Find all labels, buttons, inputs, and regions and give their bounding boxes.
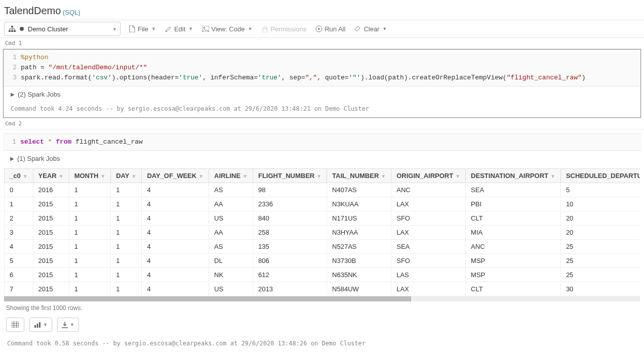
chevron-down-icon: ▾ xyxy=(113,26,116,32)
sort-icon: ▼ xyxy=(243,173,248,179)
spark-jobs-expander-1[interactable]: ▶ (2) Spark Jobs xyxy=(4,86,640,102)
caret-down-icon: ▼ xyxy=(188,26,193,31)
table-cell: N635NK xyxy=(327,268,391,282)
table-cell: AA xyxy=(209,197,253,211)
table-cell: CLT xyxy=(466,282,561,296)
table-cell: 2015 xyxy=(33,282,69,296)
table-row[interactable]: 22015114US840N171USSFOCLT20 xyxy=(5,211,640,226)
file-menu[interactable]: File ▼ xyxy=(128,23,157,35)
chart-view-button[interactable]: ▼ xyxy=(29,318,52,332)
table-row[interactable]: 62015114NK612N635NKLASMSP25 xyxy=(5,268,640,282)
caret-down-icon: ▼ xyxy=(382,26,387,31)
table-cell: 4 xyxy=(142,282,209,296)
table-cell: CLT xyxy=(466,211,561,226)
table-cell: 1 xyxy=(5,197,33,211)
column-header[interactable]: MONTH▼ xyxy=(69,169,111,183)
cluster-selector[interactable]: Demo Cluster ▾ xyxy=(4,22,120,36)
table-cell: 1 xyxy=(111,183,142,197)
table-cell: N584UW xyxy=(327,282,391,296)
table-cell: LAX xyxy=(391,197,466,211)
cluster-tree-icon xyxy=(9,26,16,32)
table-cell: 1 xyxy=(111,226,142,240)
table-cell: N407AS xyxy=(327,183,391,197)
table-cell: 2015 xyxy=(33,197,69,211)
table-cell: 135 xyxy=(253,240,327,254)
table-cell: DL xyxy=(209,254,253,268)
download-button[interactable]: ▼ xyxy=(57,318,79,332)
table-cell: 806 xyxy=(253,254,327,268)
table-cell: 1 xyxy=(111,282,142,296)
table-cell: PBI xyxy=(466,197,561,211)
caret-down-icon: ▼ xyxy=(70,322,74,327)
table-cell: N3HYAA xyxy=(327,226,391,240)
cell-2: 1 select * from flight_cancel_raw ▶ (1) … xyxy=(3,134,641,166)
table-row[interactable]: 12015114AA2336N3KUAALAXPBI10 xyxy=(5,197,640,211)
column-header[interactable]: AIRLINE▼ xyxy=(209,169,253,183)
caret-down-icon: ▼ xyxy=(151,26,156,31)
code-content: %python path = "/mnt/talendDemo/input/*"… xyxy=(21,53,640,83)
scrollbar-thumb[interactable] xyxy=(4,296,411,301)
clear-menu[interactable]: Clear ▼ xyxy=(353,23,388,35)
triangle-right-icon: ▶ xyxy=(11,92,15,97)
svg-rect-9 xyxy=(34,325,36,328)
table-row[interactable]: 02016114AS98N407ASANCSEA5 xyxy=(5,183,640,197)
code-editor-2[interactable]: 1 select * from flight_cancel_raw xyxy=(3,134,641,151)
column-header[interactable]: DAY▼ xyxy=(111,169,142,183)
column-header[interactable]: FLIGHT_NUMBER▼ xyxy=(253,169,327,183)
table-cell: 2015 xyxy=(33,211,69,226)
table-view-button[interactable] xyxy=(6,318,24,332)
table-cell: LAX xyxy=(391,282,466,296)
permissions-button: Permissions xyxy=(260,23,307,35)
table-cell: AS xyxy=(209,240,253,254)
table-cell: 4 xyxy=(142,211,209,226)
table-cell: 0 xyxy=(5,183,33,197)
table-cell: NK xyxy=(209,268,253,282)
table-cell: 10 xyxy=(560,197,640,211)
table-cell: SEA xyxy=(466,183,561,197)
notebook-language[interactable]: (SQL) xyxy=(63,9,80,16)
table-cell: 2016 xyxy=(33,183,69,197)
line-gutter: 1 xyxy=(3,137,20,147)
table-header-row: _c0▼YEAR▼MONTH▼DAY▼DAY_OF_WEEK▼AIRLINE▼F… xyxy=(5,169,640,183)
column-header[interactable]: _c0▼ xyxy=(5,169,33,183)
view-menu[interactable]: View: Code ▼ xyxy=(201,23,253,35)
edit-menu[interactable]: Edit ▼ xyxy=(164,23,194,35)
column-header[interactable]: TAIL_NUMBER▼ xyxy=(327,169,391,183)
column-header[interactable]: ORIGIN_AIRPORT▼ xyxy=(391,169,466,183)
svg-rect-6 xyxy=(263,29,267,32)
table-cell: 1 xyxy=(111,268,142,282)
table-cell: 1 xyxy=(111,211,142,226)
column-header[interactable]: DESTINATION_AIRPORT▼ xyxy=(466,169,561,183)
svg-rect-3 xyxy=(14,30,16,32)
view-label: View: Code xyxy=(211,25,245,33)
cmd2-status: Command took 0.58 seconds -- by sergio.e… xyxy=(0,337,644,352)
table-cell: 840 xyxy=(253,211,327,226)
table-row[interactable]: 42015114AS135N527ASSEAANC25 xyxy=(5,240,640,254)
column-header[interactable]: SCHEDULED_DEPARTURE▼ xyxy=(560,169,640,183)
column-header[interactable]: YEAR▼ xyxy=(33,169,69,183)
edit-label: Edit xyxy=(174,25,185,33)
table-row[interactable]: 72015114US2013N584UWLAXCLT30 xyxy=(5,282,640,296)
horizontal-scrollbar[interactable] xyxy=(4,296,640,301)
bar-chart-icon xyxy=(34,322,41,328)
spark-jobs-expander-2[interactable]: ▶ (1) Spark Jobs xyxy=(3,151,641,166)
play-circle-icon xyxy=(315,25,323,32)
table-cell: 4 xyxy=(142,197,209,211)
table-row[interactable]: 52015114DL806N3730BSFOMSP25 xyxy=(5,254,640,268)
code-editor-1[interactable]: 123 %python path = "/mnt/talendDemo/inpu… xyxy=(4,50,640,86)
cmd1-status: Command took 4.24 seconds -- by sergio.e… xyxy=(4,102,640,117)
svg-rect-2 xyxy=(11,30,13,32)
svg-rect-10 xyxy=(37,324,38,328)
table-cell: 20 xyxy=(560,211,640,226)
spark-jobs-label: (1) Spark Jobs xyxy=(17,155,60,162)
table-cell: SFO xyxy=(391,254,466,268)
table-row[interactable]: 32015114AA258N3HYAALAXMIA20 xyxy=(5,226,640,240)
table-cell: MSP xyxy=(466,254,561,268)
column-header[interactable]: DAY_OF_WEEK▼ xyxy=(142,169,209,183)
table-cell: SFO xyxy=(391,211,466,226)
table-cell: 3 xyxy=(5,226,33,240)
run-all-button[interactable]: Run All xyxy=(314,23,346,35)
table-body: 02016114AS98N407ASANCSEA512015114AA2336N… xyxy=(5,183,640,296)
table-cell: 5 xyxy=(5,254,33,268)
table-cell: 2 xyxy=(5,211,33,226)
